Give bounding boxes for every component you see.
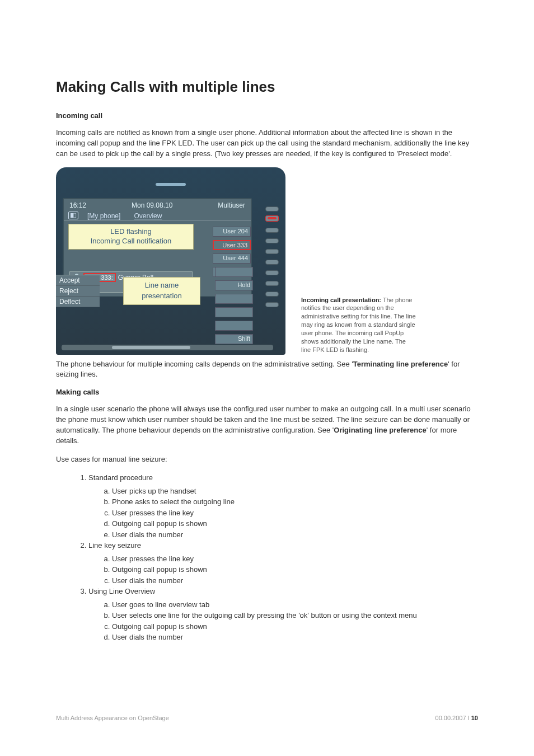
annotation-led-line2: Incoming Call notification bbox=[91, 237, 172, 246]
caption-body: The phone notifies the user depending on… bbox=[301, 297, 416, 353]
line-key-column-2: Hold Shift bbox=[215, 267, 253, 344]
incoming-heading: Incoming call bbox=[56, 111, 478, 120]
list-subitem: User selects one line for the outgoing c… bbox=[112, 610, 478, 621]
list-subitem: Outgoing call popup is shown bbox=[112, 564, 478, 575]
list-item-label: Using Line Overview bbox=[88, 587, 155, 595]
list-item: Using Line Overview User goes to line ov… bbox=[88, 586, 478, 643]
ctx-deflect[interactable]: Deflect bbox=[56, 297, 100, 307]
list-item-label: Line key seizure bbox=[88, 541, 141, 550]
fpk-button[interactable] bbox=[265, 270, 279, 275]
fpk-button[interactable] bbox=[265, 228, 279, 233]
usecase-list: Standard procedure User picks up the han… bbox=[56, 472, 478, 643]
horizontal-scrollbar[interactable] bbox=[62, 345, 273, 350]
list-item-label: Standard procedure bbox=[88, 473, 153, 482]
making-heading: Making calls bbox=[56, 388, 478, 396]
para-terminating-bold: Terminating line preference bbox=[353, 360, 448, 368]
footer-left: Multi Address Appearance on OpenStage bbox=[56, 715, 169, 721]
fpk-button[interactable] bbox=[265, 238, 279, 243]
list-subitem: User picks up the handset bbox=[112, 486, 478, 497]
annotation-line-name: Line name presentation bbox=[123, 277, 200, 305]
list-subitem: Outgoing call popup is shown bbox=[112, 621, 478, 632]
status-title: Multiuser bbox=[218, 201, 245, 209]
ctx-reject[interactable]: Reject bbox=[56, 286, 100, 297]
tab-bar: [My phone] Overview bbox=[64, 212, 251, 221]
tab-home-icon[interactable] bbox=[68, 212, 78, 219]
annotation-led-line1: LED flashing bbox=[110, 227, 152, 237]
footer-page-number: 10 bbox=[471, 715, 478, 721]
svg-rect-1 bbox=[73, 213, 76, 218]
line-key-empty[interactable] bbox=[215, 307, 253, 317]
ctx-accept[interactable]: Accept bbox=[56, 275, 100, 286]
fpk-button[interactable] bbox=[265, 292, 279, 297]
line-key-shift[interactable]: Shift bbox=[215, 334, 253, 344]
list-subitem: User presses the line key bbox=[112, 508, 478, 519]
list-subitem: User goes to line overview tab bbox=[112, 599, 478, 611]
svg-rect-0 bbox=[71, 213, 73, 218]
fpk-led-flashing-icon bbox=[265, 215, 279, 222]
footer-date: 00.00.2007 bbox=[435, 715, 466, 721]
usecases-intro: Use cases for manual line seizure: bbox=[56, 454, 478, 465]
list-subitem: User presses the line key bbox=[112, 553, 478, 565]
annotation-line-name-1: Line name bbox=[145, 280, 179, 290]
incoming-body: Incoming calls are notified as known fro… bbox=[56, 128, 478, 159]
fpk-button[interactable] bbox=[265, 206, 279, 212]
phone-mockup: 16:12 Mon 09.08.10 Multiuser [My phone] … bbox=[56, 167, 285, 355]
status-date: Mon 09.08.10 bbox=[132, 201, 172, 209]
line-key-user204[interactable]: User 204 bbox=[213, 227, 251, 237]
line-key-empty[interactable] bbox=[215, 294, 253, 304]
line-key-user444[interactable]: User 444 bbox=[213, 253, 251, 264]
fpk-button-shift[interactable] bbox=[265, 302, 279, 307]
fpk-button[interactable] bbox=[265, 249, 279, 254]
context-menu: Accept Reject Deflect bbox=[56, 275, 100, 307]
para-terminating: The phone behaviour for multiple incomin… bbox=[56, 359, 478, 381]
status-bar: 16:12 Mon 09.08.10 Multiuser bbox=[64, 199, 251, 212]
caption-title: Incoming call presentation: bbox=[301, 297, 381, 303]
list-subitem: User dials the number bbox=[112, 575, 478, 586]
line-key-empty[interactable] bbox=[215, 267, 253, 277]
page-footer: Multi Address Appearance on OpenStage 00… bbox=[56, 715, 478, 721]
list-item: Line key seizure User presses the line k… bbox=[88, 540, 478, 586]
status-time: 16:12 bbox=[69, 201, 86, 209]
figure-caption: Incoming call presentation: The phone no… bbox=[301, 296, 416, 354]
annotation-line-name-2: presentation bbox=[142, 291, 182, 301]
list-subitem: User dials the number bbox=[112, 632, 478, 643]
making-body: In a single user scenario the phone will… bbox=[56, 404, 478, 446]
earpiece-icon bbox=[156, 183, 186, 186]
footer-right: 00.00.2007 I 10 bbox=[435, 715, 478, 721]
list-subitem: Outgoing call popup is shown bbox=[112, 518, 478, 529]
tab-myphone[interactable]: [My phone] bbox=[83, 212, 125, 220]
fpk-button[interactable] bbox=[265, 281, 279, 286]
list-subitem: Phone asks to select the outgoing line bbox=[112, 496, 478, 508]
list-item: Standard procedure User picks up the han… bbox=[88, 472, 478, 540]
line-key-empty[interactable] bbox=[215, 321, 253, 331]
line-key-hold[interactable]: Hold bbox=[215, 280, 253, 290]
list-subitem: User dials the number bbox=[112, 529, 478, 541]
annotation-led-flashing: LED flashing Incoming Call notification bbox=[68, 224, 194, 250]
page-title: Making Calls with multiple lines bbox=[56, 78, 478, 96]
making-body-bold: Originating line preference bbox=[334, 426, 426, 434]
footer-sep: I bbox=[466, 715, 471, 721]
figure-row: 16:12 Mon 09.08.10 Multiuser [My phone] … bbox=[56, 167, 478, 355]
para-terminating-1: The phone behaviour for multiple incomin… bbox=[56, 360, 353, 368]
document-page: Making Calls with multiple lines Incomin… bbox=[0, 0, 534, 756]
line-key-user333[interactable]: User 333 bbox=[213, 240, 251, 250]
fpk-button-hold[interactable] bbox=[265, 260, 279, 265]
tab-overview[interactable]: Overview bbox=[129, 212, 166, 220]
